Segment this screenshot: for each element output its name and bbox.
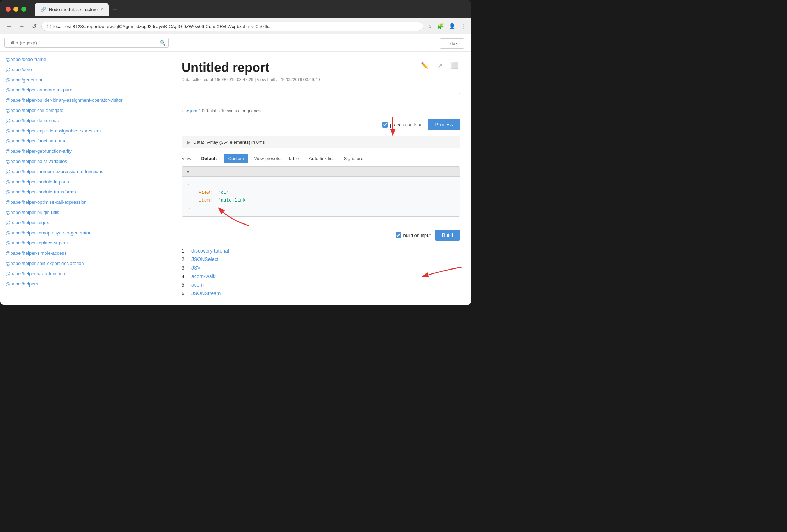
sidebar: 🔍 @babel/code-frame @babel/core @babel/g… <box>0 34 170 305</box>
main-panel: Index Untitled report Data collected at … <box>170 34 471 305</box>
search-icon: 🔍 <box>160 40 166 46</box>
editor-wrap-button[interactable]: ≡ <box>185 168 192 175</box>
sidebar-item-4[interactable]: @babel/helper-builder-binary-assignment-… <box>0 95 170 106</box>
editor-toolbar: ≡ <box>182 167 460 177</box>
process-row: process on input Process <box>182 119 460 130</box>
report-actions: ✏️ ↗ ⬜ <box>419 60 460 71</box>
main-header: Index <box>170 34 471 52</box>
arrow-down-1 <box>382 115 403 137</box>
tab-bar: 🔗 Node modules structure × + <box>35 3 466 16</box>
data-row: ▶ Data: Array (354 elements) in 0ms <box>182 136 460 148</box>
sidebar-item-8[interactable]: @babel/helper-function-name <box>0 136 170 146</box>
arrow-editor <box>210 199 252 227</box>
back-button[interactable]: ← <box>4 22 14 31</box>
sidebar-item-14[interactable]: @babel/helper-optimise-call-expression <box>0 197 170 208</box>
result-link-2[interactable]: JSV <box>191 265 201 271</box>
result-item-0: 1. discovery-tutorial <box>182 247 460 255</box>
arrow-jsv <box>407 264 464 285</box>
tab-title: Node modules structure <box>49 7 98 12</box>
bookmark-button[interactable]: ☆ <box>426 22 434 31</box>
main-content: Untitled report Data collected at 16/09/… <box>170 52 471 305</box>
result-link-1[interactable]: JSONSelect <box>191 256 218 262</box>
sidebar-item-20[interactable]: @babel/helper-split-export-declaration <box>0 259 170 269</box>
edit-button[interactable]: ✏️ <box>419 60 430 71</box>
query-input[interactable] <box>182 93 460 106</box>
browser-content: 🔍 @babel/code-frame @babel/core @babel/g… <box>0 34 471 305</box>
sidebar-item-9[interactable]: @babel/helper-get-function-arity <box>0 146 170 157</box>
result-link-3[interactable]: acorn-walk <box>191 273 216 279</box>
new-tab-button[interactable]: + <box>113 6 117 13</box>
maximize-button[interactable] <box>21 7 26 12</box>
sidebar-item-17[interactable]: @babel/helper-remap-async-to-generator <box>0 228 170 238</box>
sidebar-item-3[interactable]: @babel/helper-annotate-as-pure <box>0 85 170 95</box>
build-on-input-checkbox[interactable] <box>396 232 401 238</box>
sidebar-item-1[interactable]: @babel/core <box>0 65 170 75</box>
preset-table-button[interactable]: Table <box>284 154 302 163</box>
minimize-button[interactable] <box>13 7 18 12</box>
editor-value-view: 'ol', <box>218 190 232 195</box>
query-section: Use jora 1.0.0-alpha.10 syntax for queri… <box>182 93 460 113</box>
browser-window: 🔗 Node modules structure × + ← → ↺ ⓘ loc… <box>0 0 471 305</box>
nav-actions: ☆ 🧩 👤 ⋮ <box>426 22 467 31</box>
close-button[interactable] <box>6 7 11 12</box>
editor-close-brace: } <box>188 205 190 211</box>
active-tab[interactable]: 🔗 Node modules structure × <box>35 3 109 16</box>
result-item-1: 2. JSONSelect <box>182 255 460 264</box>
data-expand-arrow[interactable]: ▶ <box>187 140 190 145</box>
result-link-4[interactable]: acorn <box>191 282 204 288</box>
build-on-input-label: build on input <box>396 232 431 238</box>
sidebar-item-13[interactable]: @babel/helper-module-transforms <box>0 187 170 197</box>
address-bar[interactable]: ⓘ localhost:8123/#report&v=ewogICAgdmlld… <box>41 22 423 31</box>
lock-icon: ⓘ <box>47 23 51 29</box>
sidebar-item-12[interactable]: @babel/helper-module-imports <box>0 177 170 187</box>
view-custom-button[interactable]: Custom <box>224 154 249 163</box>
tab-favicon: 🔗 <box>40 7 46 12</box>
preset-autolink-button[interactable]: Auto-link list <box>305 154 337 163</box>
report-title: Untitled report <box>182 60 320 75</box>
filter-input[interactable] <box>4 38 169 48</box>
url-text: localhost:8123/#report&v=ewogICAgdmlldzo… <box>53 24 418 29</box>
sidebar-item-11[interactable]: @babel/helper-member-expression-to-funct… <box>0 167 170 177</box>
profile-button[interactable]: 👤 <box>447 22 457 31</box>
sidebar-item-2[interactable]: @babel/generator <box>0 75 170 85</box>
sidebar-item-7[interactable]: @babel/helper-explode-assignable-express… <box>0 126 170 136</box>
jora-link[interactable]: jora <box>190 108 197 113</box>
filter-bar: 🔍 <box>0 34 170 52</box>
extension-button[interactable]: 🧩 <box>436 22 445 31</box>
report-title-section: Untitled report Data collected at 16/09/… <box>182 60 320 91</box>
sidebar-item-18[interactable]: @babel/helper-replace-supers <box>0 238 170 248</box>
build-button[interactable]: Build <box>435 230 460 241</box>
result-item-5: 6. JSONStream <box>182 289 460 298</box>
forward-button[interactable]: → <box>17 22 27 31</box>
sidebar-list: @babel/code-frame @babel/core @babel/gen… <box>0 52 170 305</box>
result-link-5[interactable]: JSONStream <box>191 290 221 296</box>
tab-close-button[interactable]: × <box>101 7 103 12</box>
sidebar-item-15[interactable]: @babel/helper-plugin-utils <box>0 208 170 218</box>
sidebar-item-19[interactable]: @babel/helper-simple-access <box>0 248 170 259</box>
report-meta: Data collected at 16/09/2019 03:47:29 | … <box>182 77 320 82</box>
preset-signature-button[interactable]: Signature <box>340 154 367 163</box>
refresh-button[interactable]: ↺ <box>30 22 39 31</box>
sidebar-item-22[interactable]: @babel/helpers <box>0 279 170 289</box>
process-button[interactable]: Process <box>428 119 460 130</box>
build-row: build on input Build <box>182 230 460 241</box>
traffic-lights <box>6 7 26 12</box>
view-row: View: Default Custom View presets: Table… <box>182 154 460 163</box>
view-default-button[interactable]: Default <box>197 154 221 163</box>
index-button[interactable]: Index <box>440 38 464 49</box>
sidebar-item-0[interactable]: @babel/code-frame <box>0 55 170 65</box>
nav-bar: ← → ↺ ⓘ localhost:8123/#report&v=ewogICA… <box>0 18 471 34</box>
editor-open-brace: { <box>188 182 190 187</box>
editor-key-view: view: <box>199 190 212 195</box>
query-hint: Use jora 1.0.0-alpha.10 syntax for queri… <box>182 108 460 113</box>
query-input-wrap <box>182 93 460 106</box>
sidebar-item-5[interactable]: @babel/helper-call-delegate <box>0 106 170 116</box>
sidebar-item-10[interactable]: @babel/helper-hoist-variables <box>0 157 170 167</box>
result-link-0[interactable]: discovery-tutorial <box>191 248 229 254</box>
sidebar-item-21[interactable]: @babel/helper-wrap-function <box>0 269 170 279</box>
embed-button[interactable]: ⬜ <box>450 60 460 71</box>
share-button[interactable]: ↗ <box>436 60 444 71</box>
menu-button[interactable]: ⋮ <box>459 22 467 31</box>
sidebar-item-6[interactable]: @babel/helper-define-map <box>0 116 170 126</box>
sidebar-item-16[interactable]: @babel/helper-regex <box>0 218 170 228</box>
